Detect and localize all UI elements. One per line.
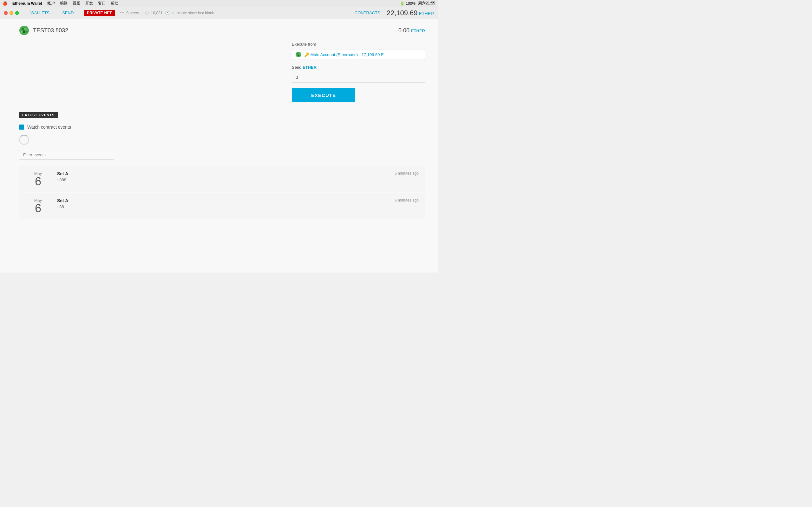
app-name: Ethereum Wallet: [12, 1, 42, 6]
watch-events-checkbox[interactable]: [19, 124, 24, 130]
block-number: 10,821: [151, 11, 163, 15]
events-list: May 6 Set A : 888 5 minutes ago May 6: [19, 166, 425, 219]
execute-button[interactable]: EXECUTE: [292, 88, 355, 102]
event-time-0: 5 minutes ago: [395, 171, 419, 176]
menu-dev[interactable]: 开发: [85, 1, 93, 6]
event-value-0: : 888: [57, 177, 395, 182]
minimize-button[interactable]: [9, 11, 13, 15]
watch-events-label: Watch contract events: [27, 124, 71, 130]
svg-point-6: [296, 52, 301, 57]
event-name-0: Set A: [57, 171, 395, 176]
apple-menu[interactable]: 🍎: [3, 1, 7, 6]
filter-events-input[interactable]: [19, 150, 114, 160]
account-avatar: [19, 25, 29, 36]
menu-view[interactable]: 视图: [72, 1, 80, 6]
clock: 周六21:55: [418, 1, 435, 6]
macos-menubar: 🍎 Ethereum Wallet 账户 编辑 视图 开发 窗口 帮助 🔋 10…: [0, 0, 438, 7]
execute-from-selector[interactable]: 🔑 Main Account (Etherbase) - 17,109.69 E: [292, 49, 425, 60]
event-day-0: 6: [26, 176, 51, 187]
menu-account[interactable]: 账户: [47, 1, 55, 6]
latest-events-section: LATEST EVENTS Watch contract events May …: [19, 112, 425, 220]
execute-from-avatar: [295, 51, 302, 58]
right-col: Execute from 🔑 Main Account (Etherbase) …: [292, 42, 425, 102]
svg-point-5: [26, 31, 28, 33]
event-item-0: May 6 Set A : 888 5 minutes ago: [19, 166, 425, 192]
event-date-1: May 6: [26, 198, 51, 214]
menu-help[interactable]: 帮助: [111, 1, 118, 6]
svg-point-4: [20, 31, 22, 33]
event-day-1: 6: [26, 203, 51, 214]
send-ether-label: Send ETHER: [292, 65, 425, 70]
watch-events-row: Watch contract events: [19, 124, 425, 130]
account-info: TEST03 8032: [19, 25, 68, 36]
account-name: TEST03 8032: [33, 27, 68, 34]
svg-point-2: [24, 28, 27, 31]
send-tab[interactable]: SEND: [56, 7, 80, 19]
event-date-0: May 6: [26, 171, 51, 187]
private-net-badge: PRIVATE-NET: [84, 10, 115, 16]
two-col-layout: Execute from 🔑 Main Account (Etherbase) …: [19, 42, 425, 102]
nav-tabs: WALLETS SEND PRIVATE-NET 〰 0 peers | ⬡ 1…: [24, 7, 355, 19]
main-window: WALLETS SEND PRIVATE-NET 〰 0 peers | ⬡ 1…: [0, 7, 438, 273]
event-item-1: May 6 Set A : 88 6 minutes ago: [19, 193, 425, 219]
account-balance: 0.00 ETHER: [398, 27, 425, 34]
contracts-tab[interactable]: CONTRACTS: [355, 10, 380, 15]
title-bar: WALLETS SEND PRIVATE-NET 〰 0 peers | ⬡ 1…: [0, 7, 438, 19]
execute-from-account-name: 🔑 Main Account (Etherbase) - 17,109.69 E: [304, 52, 384, 57]
last-block-time: a minute since last block: [172, 11, 214, 15]
nav-right: CONTRACTS 22,109.69ETHER: [355, 9, 434, 17]
svg-point-8: [299, 53, 300, 55]
menubar-right: 🔋 100% 周六21:55: [400, 1, 435, 6]
total-balance: 22,109.69ETHER: [387, 9, 434, 17]
clock-icon: 🕐: [165, 11, 170, 15]
execute-from-label: Execute from: [292, 42, 425, 47]
menu-edit[interactable]: 编辑: [60, 1, 67, 6]
event-name-1: Set A: [57, 198, 395, 203]
main-content: TEST03 8032 0.00 ETHER Execute from: [0, 19, 438, 273]
battery-status: 🔋 100%: [400, 1, 415, 6]
block-icon: ⬡: [145, 11, 148, 15]
traffic-lights: [4, 11, 19, 15]
send-ether-input[interactable]: [292, 72, 425, 83]
menu-window[interactable]: 窗口: [98, 1, 106, 6]
event-time-1: 6 minutes ago: [395, 198, 419, 203]
left-col: [19, 42, 273, 102]
menu-items: 账户 编辑 视图 开发 窗口 帮助: [47, 1, 118, 6]
svg-point-9: [298, 55, 299, 56]
event-value-1: : 88: [57, 205, 395, 209]
peers-icon: 〰: [120, 11, 124, 15]
wallets-tab[interactable]: WALLETS: [24, 7, 56, 19]
loading-spinner: [19, 135, 29, 145]
status-bar: 〰 0 peers | ⬡ 10,821 🕐 a minute since la…: [120, 11, 214, 15]
svg-point-7: [297, 53, 299, 55]
svg-point-1: [21, 28, 24, 31]
peers-count: 0 peers: [126, 11, 139, 15]
event-details-0: Set A : 888: [51, 171, 395, 182]
account-balance-display: 0.00 ETHER: [398, 27, 425, 34]
maximize-button[interactable]: [15, 11, 19, 15]
event-details-1: Set A : 88: [51, 198, 395, 209]
account-header: TEST03 8032 0.00 ETHER: [19, 25, 425, 36]
close-button[interactable]: [4, 11, 8, 15]
latest-events-header: LATEST EVENTS: [19, 112, 58, 118]
svg-point-3: [23, 31, 26, 33]
